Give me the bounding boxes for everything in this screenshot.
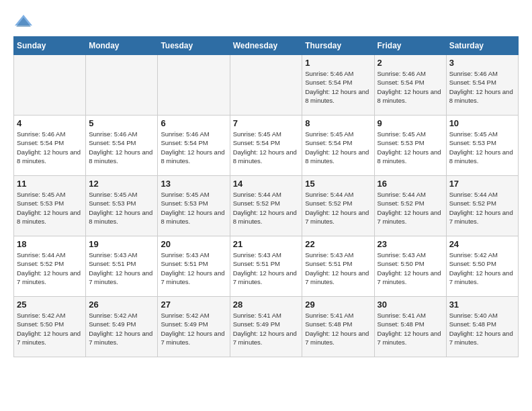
calendar-cell: 25Sunrise: 5:42 AMSunset: 5:50 PMDayligh… (14, 297, 86, 357)
day-info: Sunrise: 5:43 AMSunset: 5:51 PMDaylight:… (305, 250, 371, 286)
calendar-cell: 22Sunrise: 5:43 AMSunset: 5:51 PMDayligh… (302, 236, 374, 297)
weekday-header-saturday: Saturday (446, 37, 518, 55)
logo-icon (13, 13, 34, 30)
day-number: 31 (449, 300, 515, 310)
day-info: Sunrise: 5:45 AMSunset: 5:53 PMDaylight:… (17, 190, 83, 226)
weekday-header-tuesday: Tuesday (158, 37, 230, 55)
logo (13, 13, 36, 30)
day-number: 26 (89, 300, 154, 310)
day-info: Sunrise: 5:46 AMSunset: 5:54 PMDaylight:… (449, 69, 515, 105)
day-number: 9 (378, 118, 443, 128)
day-info: Sunrise: 5:44 AMSunset: 5:52 PMDaylight:… (449, 190, 515, 226)
calendar-cell (158, 55, 230, 116)
calendar-cell: 24Sunrise: 5:42 AMSunset: 5:50 PMDayligh… (446, 236, 518, 297)
day-info: Sunrise: 5:46 AMSunset: 5:54 PMDaylight:… (305, 69, 371, 105)
day-info: Sunrise: 5:44 AMSunset: 5:52 PMDaylight:… (378, 190, 443, 226)
day-number: 15 (305, 179, 371, 189)
day-number: 22 (305, 239, 371, 249)
day-info: Sunrise: 5:41 AMSunset: 5:48 PMDaylight:… (305, 311, 371, 347)
calendar-week-4: 18Sunrise: 5:44 AMSunset: 5:52 PMDayligh… (14, 236, 519, 297)
calendar-cell (14, 55, 86, 116)
day-info: Sunrise: 5:42 AMSunset: 5:50 PMDaylight:… (17, 311, 83, 347)
day-number: 3 (449, 58, 515, 68)
day-info: Sunrise: 5:45 AMSunset: 5:53 PMDaylight:… (378, 130, 443, 165)
day-number: 5 (89, 118, 154, 128)
calendar-cell: 12Sunrise: 5:45 AMSunset: 5:53 PMDayligh… (86, 176, 158, 236)
day-info: Sunrise: 5:45 AMSunset: 5:54 PMDaylight:… (305, 130, 371, 165)
calendar-cell: 21Sunrise: 5:43 AMSunset: 5:51 PMDayligh… (230, 236, 302, 297)
calendar-cell: 13Sunrise: 5:45 AMSunset: 5:53 PMDayligh… (158, 176, 230, 236)
calendar-cell: 16Sunrise: 5:44 AMSunset: 5:52 PMDayligh… (374, 176, 446, 236)
day-number: 14 (233, 179, 300, 189)
day-number: 20 (161, 239, 226, 249)
day-info: Sunrise: 5:42 AMSunset: 5:49 PMDaylight:… (161, 311, 226, 347)
day-number: 23 (378, 239, 443, 249)
calendar-cell: 14Sunrise: 5:44 AMSunset: 5:52 PMDayligh… (230, 176, 302, 236)
day-info: Sunrise: 5:45 AMSunset: 5:53 PMDaylight:… (449, 130, 515, 165)
calendar-table: SundayMondayTuesdayWednesdayThursdayFrid… (13, 36, 519, 357)
day-info: Sunrise: 5:46 AMSunset: 5:54 PMDaylight:… (89, 130, 154, 165)
day-number: 29 (305, 300, 371, 310)
day-number: 1 (305, 58, 371, 68)
day-number: 28 (233, 300, 300, 310)
day-number: 13 (161, 179, 226, 189)
day-info: Sunrise: 5:44 AMSunset: 5:52 PMDaylight:… (305, 190, 371, 226)
day-info: Sunrise: 5:46 AMSunset: 5:54 PMDaylight:… (17, 130, 83, 165)
calendar-cell: 29Sunrise: 5:41 AMSunset: 5:48 PMDayligh… (302, 297, 374, 357)
weekday-header-wednesday: Wednesday (230, 37, 302, 55)
calendar-week-5: 25Sunrise: 5:42 AMSunset: 5:50 PMDayligh… (14, 297, 519, 357)
calendar-cell: 7Sunrise: 5:45 AMSunset: 5:54 PMDaylight… (230, 116, 302, 176)
calendar-cell: 4Sunrise: 5:46 AMSunset: 5:54 PMDaylight… (14, 116, 86, 176)
calendar-cell: 9Sunrise: 5:45 AMSunset: 5:53 PMDaylight… (374, 116, 446, 176)
calendar-cell: 3Sunrise: 5:46 AMSunset: 5:54 PMDaylight… (446, 55, 518, 116)
day-number: 21 (233, 239, 300, 249)
day-info: Sunrise: 5:41 AMSunset: 5:49 PMDaylight:… (233, 311, 300, 347)
calendar-week-1: 1Sunrise: 5:46 AMSunset: 5:54 PMDaylight… (14, 55, 519, 116)
weekday-header-thursday: Thursday (302, 37, 374, 55)
day-number: 16 (378, 179, 443, 189)
weekday-header-monday: Monday (86, 37, 158, 55)
calendar-cell: 15Sunrise: 5:44 AMSunset: 5:52 PMDayligh… (302, 176, 374, 236)
day-info: Sunrise: 5:43 AMSunset: 5:50 PMDaylight:… (378, 250, 443, 286)
day-number: 2 (378, 58, 443, 68)
day-info: Sunrise: 5:43 AMSunset: 5:51 PMDaylight:… (233, 250, 300, 286)
day-number: 24 (449, 239, 515, 249)
calendar-cell: 19Sunrise: 5:43 AMSunset: 5:51 PMDayligh… (86, 236, 158, 297)
calendar-cell: 1Sunrise: 5:46 AMSunset: 5:54 PMDaylight… (302, 55, 374, 116)
calendar-cell: 31Sunrise: 5:40 AMSunset: 5:48 PMDayligh… (446, 297, 518, 357)
day-number: 8 (305, 118, 371, 128)
calendar-week-2: 4Sunrise: 5:46 AMSunset: 5:54 PMDaylight… (14, 116, 519, 176)
day-info: Sunrise: 5:45 AMSunset: 5:53 PMDaylight:… (89, 190, 154, 226)
calendar-cell: 18Sunrise: 5:44 AMSunset: 5:52 PMDayligh… (14, 236, 86, 297)
page-header (13, 13, 519, 30)
day-info: Sunrise: 5:42 AMSunset: 5:49 PMDaylight:… (89, 311, 154, 347)
calendar-cell (86, 55, 158, 116)
calendar-cell: 26Sunrise: 5:42 AMSunset: 5:49 PMDayligh… (86, 297, 158, 357)
day-info: Sunrise: 5:42 AMSunset: 5:50 PMDaylight:… (449, 250, 515, 286)
calendar-week-3: 11Sunrise: 5:45 AMSunset: 5:53 PMDayligh… (14, 176, 519, 236)
day-info: Sunrise: 5:41 AMSunset: 5:48 PMDaylight:… (378, 311, 443, 347)
day-number: 30 (378, 300, 443, 310)
day-number: 6 (161, 118, 226, 128)
day-info: Sunrise: 5:40 AMSunset: 5:48 PMDaylight:… (449, 311, 515, 347)
day-number: 7 (233, 118, 300, 128)
weekday-header-friday: Friday (374, 37, 446, 55)
calendar-cell: 6Sunrise: 5:46 AMSunset: 5:54 PMDaylight… (158, 116, 230, 176)
day-info: Sunrise: 5:46 AMSunset: 5:54 PMDaylight:… (378, 69, 443, 105)
calendar-cell: 8Sunrise: 5:45 AMSunset: 5:54 PMDaylight… (302, 116, 374, 176)
day-number: 10 (449, 118, 515, 128)
calendar-cell: 17Sunrise: 5:44 AMSunset: 5:52 PMDayligh… (446, 176, 518, 236)
day-number: 27 (161, 300, 226, 310)
calendar-cell: 28Sunrise: 5:41 AMSunset: 5:49 PMDayligh… (230, 297, 302, 357)
calendar-cell (230, 55, 302, 116)
day-info: Sunrise: 5:44 AMSunset: 5:52 PMDaylight:… (233, 190, 300, 226)
day-info: Sunrise: 5:43 AMSunset: 5:51 PMDaylight:… (89, 250, 154, 286)
calendar-cell: 20Sunrise: 5:43 AMSunset: 5:51 PMDayligh… (158, 236, 230, 297)
calendar-header: SundayMondayTuesdayWednesdayThursdayFrid… (14, 37, 519, 55)
day-info: Sunrise: 5:45 AMSunset: 5:54 PMDaylight:… (233, 130, 300, 165)
day-number: 12 (89, 179, 154, 189)
day-number: 4 (17, 118, 83, 128)
day-number: 18 (17, 239, 83, 249)
calendar-cell: 11Sunrise: 5:45 AMSunset: 5:53 PMDayligh… (14, 176, 86, 236)
calendar-cell: 30Sunrise: 5:41 AMSunset: 5:48 PMDayligh… (374, 297, 446, 357)
